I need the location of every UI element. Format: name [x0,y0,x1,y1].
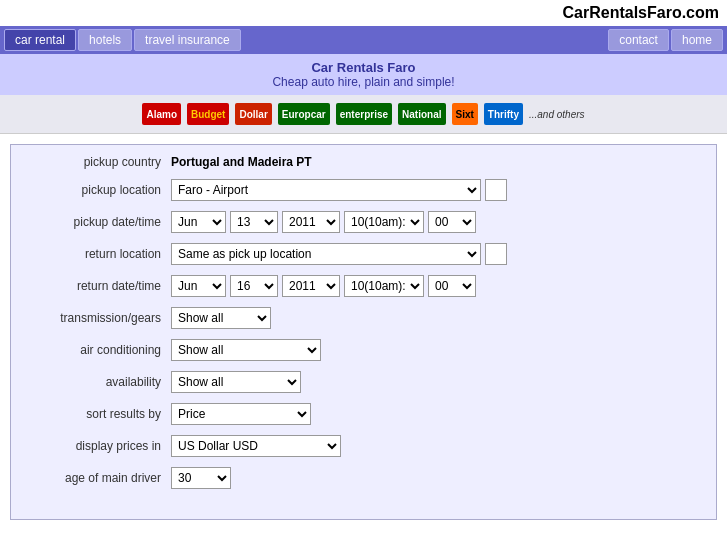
brand-budget[interactable]: Budget [187,103,229,125]
return-hour-select[interactable]: 10(10am): [344,275,424,297]
return-month-select[interactable]: Jun [171,275,226,297]
return-datetime-label: return date/time [31,279,171,293]
age-control: 30 [171,467,231,489]
currency-control: US Dollar USD [171,435,341,457]
nav-travel-insurance[interactable]: travel insurance [134,29,241,51]
brand-sixt[interactable]: Sixt [452,103,478,125]
nav-hotels[interactable]: hotels [78,29,132,51]
pickup-year-select[interactable]: 2011 [282,211,340,233]
brand-dollar[interactable]: Dollar [235,103,271,125]
tagline: Car Rentals Faro Cheap auto hire, plain … [0,54,727,95]
pickup-country-row: pickup country Portugal and Madeira PT [31,155,696,169]
pickup-country-label: pickup country [31,155,171,169]
site-title-text: CarRentalsFaro.com [563,4,720,21]
pickup-location-label: pickup location [31,183,171,197]
pickup-month-select[interactable]: Jun [171,211,226,233]
nav-home[interactable]: home [671,29,723,51]
brand-europcar[interactable]: Europcar [278,103,330,125]
return-year-select[interactable]: 2011 [282,275,340,297]
ac-select[interactable]: Show all [171,339,321,361]
tagline-subtitle: Cheap auto hire, plain and simple! [0,75,727,89]
pickup-day-select[interactable]: 13 [230,211,278,233]
pickup-location-info-button[interactable] [485,179,507,201]
age-label: age of main driver [31,471,171,485]
brand-national[interactable]: National [398,103,445,125]
availability-label: availability [31,375,171,389]
transmission-control: Show all [171,307,271,329]
sort-label: sort results by [31,407,171,421]
ac-row: air conditioning Show all [31,339,696,361]
nav-right: contact home [608,29,723,51]
pickup-country-control: Portugal and Madeira PT [171,155,312,169]
return-location-control: Same as pick up location [171,243,507,265]
ac-label: air conditioning [31,343,171,357]
pickup-datetime-control: Jun 13 2011 10(10am): 00 [171,211,476,233]
return-min-select[interactable]: 00 [428,275,476,297]
sort-control: Price [171,403,311,425]
pickup-hour-select[interactable]: 10(10am): [344,211,424,233]
pickup-country-value: Portugal and Madeira PT [171,155,312,169]
nav-left: car rental hotels travel insurance [4,29,241,51]
return-day-select[interactable]: 16 [230,275,278,297]
currency-row: display prices in US Dollar USD [31,435,696,457]
availability-control: Show all [171,371,301,393]
nav-contact[interactable]: contact [608,29,669,51]
sort-row: sort results by Price [31,403,696,425]
sort-select[interactable]: Price [171,403,311,425]
pickup-datetime-row: pickup date/time Jun 13 2011 10(10am): 0… [31,211,696,233]
return-location-select[interactable]: Same as pick up location [171,243,481,265]
return-datetime-control: Jun 16 2011 10(10am): 00 [171,275,476,297]
availability-select[interactable]: Show all [171,371,301,393]
availability-row: availability Show all [31,371,696,393]
age-select[interactable]: 30 [171,467,231,489]
ac-control: Show all [171,339,321,361]
brand-alamo[interactable]: Alamo [142,103,181,125]
pickup-location-row: pickup location Faro - Airport [31,179,696,201]
main-form: pickup country Portugal and Madeira PT p… [10,144,717,520]
brand-others: ...and others [529,109,585,120]
pickup-min-select[interactable]: 00 [428,211,476,233]
return-location-info-button[interactable] [485,243,507,265]
transmission-row: transmission/gears Show all [31,307,696,329]
return-location-row: return location Same as pick up location [31,243,696,265]
site-title: CarRentalsFaro.com [0,0,727,26]
pickup-location-control: Faro - Airport [171,179,507,201]
tagline-title: Car Rentals Faro [0,60,727,75]
currency-select[interactable]: US Dollar USD [171,435,341,457]
return-location-label: return location [31,247,171,261]
pickup-location-select[interactable]: Faro - Airport [171,179,481,201]
transmission-select[interactable]: Show all [171,307,271,329]
transmission-label: transmission/gears [31,311,171,325]
currency-label: display prices in [31,439,171,453]
brand-thrifty[interactable]: Thrifty [484,103,523,125]
pickup-datetime-label: pickup date/time [31,215,171,229]
return-datetime-row: return date/time Jun 16 2011 10(10am): 0… [31,275,696,297]
brands-bar: Alamo Budget Dollar Europcar enterprise … [0,95,727,134]
nav-bar: car rental hotels travel insurance conta… [0,26,727,54]
nav-car-rental[interactable]: car rental [4,29,76,51]
age-row: age of main driver 30 [31,467,696,489]
brand-enterprise[interactable]: enterprise [336,103,392,125]
